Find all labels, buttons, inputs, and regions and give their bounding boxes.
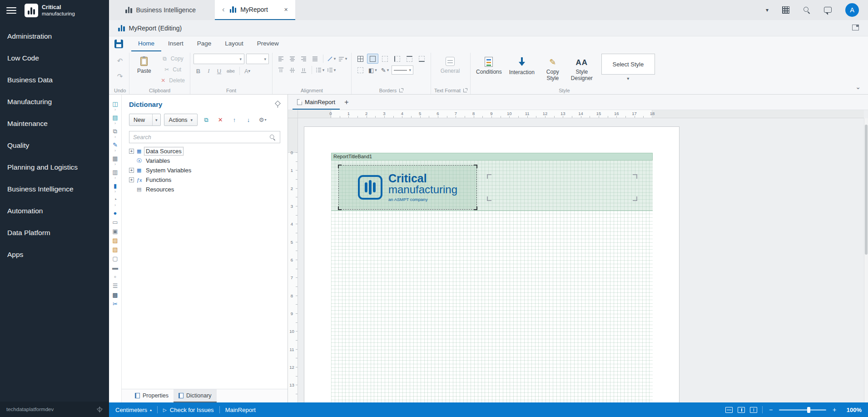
- borders-dialog-launcher-icon[interactable]: [399, 89, 403, 92]
- connection-status-icon[interactable]: [97, 407, 103, 412]
- sidebar-item[interactable]: Administration: [0, 25, 109, 47]
- panel-tab[interactable]: Properties: [130, 389, 174, 402]
- expand-icon[interactable]: ›: [114, 203, 116, 207]
- tree-expander-icon[interactable]: [129, 158, 134, 163]
- word-wrap-button[interactable]: ▾: [337, 54, 348, 64]
- sidebar-item[interactable]: Manufacturing: [0, 91, 109, 113]
- multi-page-view-icon[interactable]: [750, 407, 757, 413]
- cut-button[interactable]: ✂Cut: [162, 65, 183, 75]
- underline-button[interactable]: U: [214, 66, 224, 76]
- vertical-scrollbar[interactable]: [864, 118, 868, 402]
- expand-icon[interactable]: ›: [114, 121, 116, 125]
- tree-expander-icon[interactable]: [129, 187, 134, 192]
- search-icon[interactable]: [269, 134, 276, 141]
- resize-handle[interactable]: [474, 206, 477, 210]
- sidebar-item[interactable]: Maintenance: [0, 113, 109, 135]
- strikethrough-button[interactable]: abc: [225, 66, 237, 76]
- ribbon-tab[interactable]: Home: [131, 36, 161, 51]
- text-format-dialog-launcher-icon[interactable]: [463, 89, 467, 92]
- back-icon[interactable]: ‹: [222, 5, 225, 14]
- data-matrix-icon[interactable]: [782, 6, 789, 14]
- border-none-button[interactable]: [379, 54, 391, 64]
- report-page[interactable]: ReportTitleBand1 Critical manufacturing …: [304, 126, 680, 402]
- toolbox-item[interactable]: ◫ ›: [112, 100, 118, 112]
- font-color-button[interactable]: A▾: [243, 66, 252, 76]
- toolbox-item[interactable]: ▫ ›: [114, 273, 116, 281]
- toolbox-item[interactable]: ✂ ›: [113, 300, 118, 308]
- tree-expander-icon[interactable]: +: [129, 149, 134, 154]
- delete-item-button[interactable]: ✕: [215, 115, 226, 126]
- vertical-ruler[interactable]: 012345678910111213: [288, 118, 298, 402]
- border-all-button[interactable]: [355, 54, 366, 64]
- conditions-button[interactable]: Conditions: [474, 54, 504, 75]
- messages-icon[interactable]: [824, 7, 832, 13]
- border-style-button[interactable]: [355, 65, 366, 75]
- toolbox-item[interactable]: ▮ ›: [114, 182, 117, 194]
- toolbox-item[interactable]: ✎ ›: [113, 141, 118, 153]
- copy-style-button[interactable]: ✎ Copy Style: [540, 54, 566, 82]
- statusbar-report-tab[interactable]: MainReport: [225, 407, 256, 413]
- sidebar-item[interactable]: Planning and Logistics: [0, 156, 109, 178]
- fill-color-button[interactable]: ◧▾: [367, 65, 378, 75]
- toolbox-item[interactable]: ▤ ›: [112, 114, 118, 126]
- expand-icon[interactable]: ›: [114, 176, 116, 180]
- style-gallery-expand-icon[interactable]: ▾: [627, 76, 629, 81]
- zoom-slider[interactable]: [779, 407, 826, 413]
- pin-icon[interactable]: [275, 101, 280, 108]
- resize-handle[interactable]: [474, 165, 477, 168]
- copy-button[interactable]: ⧉Copy: [160, 54, 185, 64]
- expand-icon[interactable]: ›: [114, 149, 116, 152]
- search-icon[interactable]: [803, 6, 810, 14]
- expand-icon[interactable]: ›: [114, 162, 116, 166]
- units-select[interactable]: Centimeters ▴: [115, 407, 152, 413]
- border-left-button[interactable]: [392, 54, 403, 64]
- style-designer-button[interactable]: AA Style Designer: [569, 54, 595, 82]
- expand-icon[interactable]: ›: [114, 190, 116, 193]
- toolbox-item[interactable]: ⧉ ›: [113, 127, 117, 140]
- italic-button[interactable]: I: [204, 66, 213, 76]
- move-down-button[interactable]: ↓: [243, 115, 254, 126]
- align-right-button[interactable]: [298, 54, 309, 64]
- expand-icon[interactable]: ›: [114, 108, 116, 111]
- panel-tab[interactable]: Dictionary: [174, 389, 217, 402]
- report-title-band-header[interactable]: ReportTitleBand1: [331, 153, 653, 161]
- move-up-button[interactable]: ↑: [229, 115, 240, 126]
- ribbon-tab[interactable]: Preview: [250, 36, 286, 51]
- tab-business-intelligence[interactable]: Business Intelligence: [116, 0, 205, 20]
- resize-handle[interactable]: [338, 206, 342, 210]
- collapse-ribbon-icon[interactable]: ⌄: [855, 83, 861, 90]
- text-format-button[interactable]: General: [438, 54, 462, 74]
- actions-button[interactable]: Actions▾: [164, 114, 198, 126]
- sidebar-item[interactable]: Low Code: [0, 47, 109, 69]
- zoom-out-button[interactable]: −: [768, 406, 774, 413]
- whole-page-view-icon[interactable]: [738, 407, 745, 413]
- tree-expander-icon[interactable]: +: [129, 168, 134, 173]
- toolbox-item[interactable]: ◔ ›: [114, 196, 117, 208]
- save-icon[interactable]: [114, 40, 123, 48]
- tab-myreport[interactable]: ‹ MyReport ✕: [215, 0, 295, 20]
- expand-panel-icon[interactable]: [852, 24, 859, 32]
- toolbox-item[interactable]: ☰ ›: [113, 282, 118, 290]
- menu-icon[interactable]: [6, 7, 16, 14]
- logo-image-component[interactable]: Critical manufacturing an ASMPT company: [338, 165, 477, 210]
- scrollbar-thumb[interactable]: [865, 125, 868, 255]
- select-style-box[interactable]: Select Style: [601, 54, 655, 75]
- sidebar-item[interactable]: Apps: [0, 244, 109, 266]
- toolbox-item[interactable]: ▭ ›: [112, 218, 118, 226]
- align-bottom-button[interactable]: [298, 65, 309, 75]
- align-middle-button[interactable]: [287, 65, 298, 75]
- tree-item[interactable]: ▤ Resources: [122, 185, 288, 194]
- sidebar-item[interactable]: Quality: [0, 135, 109, 156]
- tree-item[interactable]: + ▦ System Variables: [122, 166, 288, 175]
- horizontal-ruler[interactable]: 0123456789101112131415161718: [298, 110, 864, 118]
- tree-item[interactable]: + ▦ Data Sources: [122, 146, 288, 156]
- font-size-select[interactable]: ▾: [246, 54, 269, 64]
- toolbox-item[interactable]: ▢ ›: [112, 255, 118, 262]
- new-button[interactable]: New▾: [129, 114, 161, 126]
- chevron-down-icon[interactable]: ▾: [152, 114, 160, 126]
- resize-handle[interactable]: [338, 165, 342, 168]
- expand-icon[interactable]: ›: [114, 135, 116, 139]
- undo-button[interactable]: ↶: [114, 55, 125, 66]
- page-width-view-icon[interactable]: [725, 407, 733, 413]
- toolbox-item[interactable]: ▨ ›: [112, 236, 118, 244]
